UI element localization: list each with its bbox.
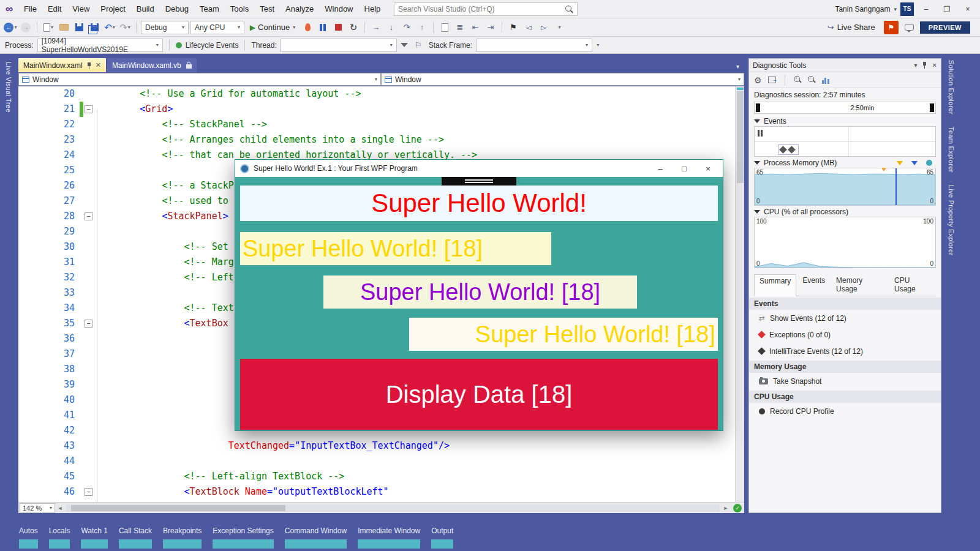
diag-tab-events[interactable]: Events [797,274,830,296]
menu-team[interactable]: Team [194,0,225,18]
bottom-tab-breakpoints[interactable]: Breakpoints [159,524,206,549]
collapse-icon[interactable]: − [85,488,92,496]
menu-window[interactable]: Window [319,0,358,18]
horizontal-scrollbar[interactable] [66,504,720,512]
close-button[interactable]: × [959,5,976,13]
solution-configuration-select[interactable]: Debug▾ [141,21,189,34]
side-tab-team-explorer[interactable]: Team Explorer [948,127,955,173]
send-feedback-flag-icon[interactable]: ⚑ [884,21,899,34]
filter-icon[interactable] [401,43,408,47]
save-all-icon[interactable] [88,21,101,34]
vertical-scrollbar[interactable] [735,86,744,502]
undo-icon[interactable]: ↶▾ [103,21,116,34]
bottom-tab-watch-1[interactable]: Watch 1 [77,524,112,549]
next-bookmark-icon[interactable]: ▻ [537,21,551,34]
bookmark-flag-icon[interactable]: ⚑ [507,21,520,34]
diag-tab-summary[interactable]: Summary [754,274,796,296]
display-data-button[interactable]: Display Data [18] [240,359,718,430]
bottom-tab-exception-settings[interactable]: Exception Settings [208,524,277,549]
apply-code-changes-icon[interactable] [438,21,451,34]
collapse-icon[interactable]: − [85,212,92,220]
scroll-thumb[interactable] [71,505,285,511]
diag-tab-cpu-usage[interactable]: CPU Usage [889,274,936,296]
take-snapshot-item[interactable]: Take Snapshot [749,373,941,389]
open-file-icon[interactable] [57,21,70,34]
avatar[interactable]: TS [900,2,914,16]
timeline-ruler[interactable]: 2:50min [754,102,936,114]
pin-icon[interactable] [922,62,927,69]
navigate-forward-icon[interactable]: → [19,21,32,34]
menu-tools[interactable]: Tools [225,0,254,18]
zoom-in-icon[interactable]: + [794,76,802,84]
stop-debugging-icon[interactable] [331,21,345,34]
side-tab-solution-explorer[interactable]: Solution Explorer [948,60,955,114]
bottom-tab-locals[interactable]: Locals [45,524,75,549]
scroll-left-icon[interactable]: ◄ [55,505,65,511]
bottom-tab-immediate-window[interactable]: Immediate Window [353,524,424,549]
previous-bookmark-icon[interactable]: ◅ [522,21,535,34]
restart-icon[interactable]: ↻ [347,21,360,34]
pin-icon[interactable] [86,62,92,69]
live-visual-tree-tab[interactable]: Live Visual Tree [5,62,12,113]
step-out-icon[interactable]: ↑ [415,21,429,34]
type-dropdown[interactable]: Window▾ [18,73,381,86]
flag-threads-icon[interactable]: ⚐ [412,39,425,52]
feedback-bubble-icon[interactable] [905,24,914,31]
wpf-title-bar[interactable]: Super Hello World! Ex.1 : Your First WPF… [235,160,723,177]
close-tab-icon[interactable]: ✕ [96,61,101,69]
settings-gear-icon[interactable]: ⚙ [754,75,762,85]
minimize-button[interactable]: – [918,5,935,13]
process-select[interactable]: [10944] SuperHelloWorldVS2019E▾ [37,39,163,52]
export-icon[interactable] [768,77,776,83]
menu-file[interactable]: File [18,0,42,18]
break-all-icon[interactable] [316,21,330,34]
hot-reload-icon[interactable] [301,21,314,34]
save-icon[interactable] [72,21,86,34]
events-section-header[interactable]: Events [749,115,941,126]
side-tab-live-property-explorer[interactable]: Live Property Explorer [948,185,955,255]
menu-test[interactable]: Test [254,0,280,18]
chevron-down-icon[interactable]: ▾ [914,62,918,69]
show-events-item[interactable]: ⇄Show Events (12 of 12) [749,310,941,326]
close-icon[interactable]: ✕ [932,62,937,69]
menu-build[interactable]: Build [131,0,160,18]
scroll-thumb[interactable] [737,91,744,183]
intellitrace-item[interactable]: IntelliTrace Events (12 of 12) [749,343,941,359]
member-dropdown[interactable]: Window▾ [381,73,744,86]
show-next-statement-icon[interactable]: → [369,21,383,34]
menu-edit[interactable]: Edit [42,0,67,18]
wpf-close-button[interactable]: × [698,164,718,173]
zoom-out-icon[interactable]: − [808,76,816,84]
new-file-icon[interactable]: ▾ [42,21,55,34]
menu-view[interactable]: View [67,0,95,18]
restore-button[interactable]: ❐ [938,5,956,13]
chart-icon[interactable] [822,77,829,84]
bottom-tab-call-stack[interactable]: Call Stack [115,524,156,549]
input-textbox[interactable] [442,177,516,186]
bottom-tab-autos[interactable]: Autos [15,524,42,549]
zoom-select[interactable]: 142 %▾ [20,503,55,513]
search-input[interactable] [394,5,565,13]
collapse-icon[interactable]: − [85,320,92,328]
menu-help[interactable]: Help [359,0,386,18]
increase-indent-icon[interactable]: ⇥ [484,21,497,34]
step-over-icon[interactable]: ↷ [400,21,413,34]
user-name[interactable]: Tanin Sangngam [835,5,890,13]
wpf-minimize-button[interactable]: – [650,164,670,173]
preview-button[interactable]: PREVIEW [920,21,970,34]
collapse-icon[interactable]: − [85,105,92,113]
tab-list-chevron-icon[interactable]: ▾ [736,63,739,70]
menu-analyze[interactable]: Analyze [280,0,319,18]
toolbar-options-chevron-icon[interactable]: ▾ [597,42,599,48]
search-box[interactable] [394,2,578,16]
navigate-back-icon[interactable]: ←▾ [4,21,17,34]
menu-debug[interactable]: Debug [160,0,194,18]
continue-button[interactable]: ▶Continue▾ [246,21,299,34]
menu-project[interactable]: Project [95,0,130,18]
chevron-down-icon[interactable]: ▾ [894,6,897,12]
stack-frame-select[interactable]: ▾ [476,39,592,52]
scroll-right-icon[interactable]: ► [721,505,731,511]
document-outline-icon[interactable]: ≣ [453,21,467,34]
bottom-tab-command-window[interactable]: Command Window [281,524,351,549]
solution-platform-select[interactable]: Any CPU▾ [190,21,244,34]
